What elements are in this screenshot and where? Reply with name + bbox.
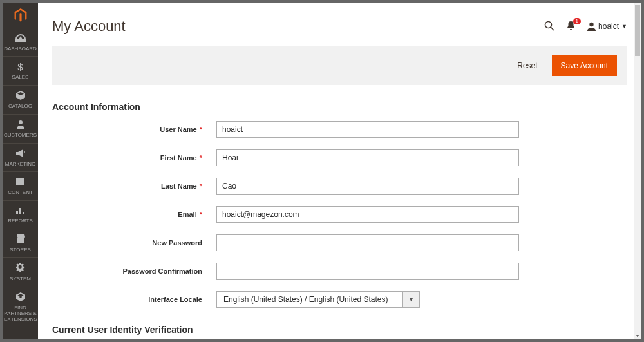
svg-point-0 xyxy=(19,120,23,124)
save-account-button[interactable]: Save Account xyxy=(552,55,617,76)
locale-selected-value: English (United States) / English (Unite… xyxy=(216,291,403,308)
firstname-label: First Name* xyxy=(52,154,216,162)
password-confirmation-input[interactable] xyxy=(216,263,519,280)
svg-rect-3 xyxy=(19,180,24,185)
dollar-icon: $ xyxy=(4,62,37,73)
chart-icon xyxy=(4,206,37,217)
svg-rect-4 xyxy=(16,211,18,214)
nav-label: STORES xyxy=(10,247,31,252)
username-input[interactable] xyxy=(216,121,519,138)
svg-rect-5 xyxy=(19,208,21,214)
email-label: Email* xyxy=(52,211,216,218)
svg-rect-2 xyxy=(16,180,19,185)
required-mark: * xyxy=(200,182,202,190)
svg-point-10 xyxy=(589,23,593,26)
caret-down-icon: ▼ xyxy=(621,23,627,30)
store-icon xyxy=(4,234,37,245)
interface-locale-select[interactable]: English (United States) / English (Unite… xyxy=(216,291,519,308)
layout-icon xyxy=(4,177,37,188)
dashboard-icon xyxy=(4,33,37,44)
required-mark: * xyxy=(200,126,202,133)
notifications-icon[interactable]: 1 xyxy=(566,21,576,33)
svg-point-7 xyxy=(19,296,22,298)
interface-locale-label: Interface Locale xyxy=(52,296,216,303)
partners-icon xyxy=(4,292,37,304)
search-icon[interactable] xyxy=(544,21,554,33)
nav-label: REPORTS xyxy=(8,218,33,223)
nav-label: CONTENT xyxy=(8,189,33,195)
nav-stores[interactable]: STORES xyxy=(3,229,38,258)
magento-logo[interactable] xyxy=(3,3,38,28)
scroll-thumb[interactable] xyxy=(635,5,640,56)
scroll-down-icon[interactable]: ▾ xyxy=(634,332,641,339)
lastname-input[interactable] xyxy=(216,178,519,195)
svg-rect-6 xyxy=(23,212,24,214)
nav-reports[interactable]: REPORTS xyxy=(3,201,38,229)
main-content: My Account 1 hoaict ▼ Reset Save Account xyxy=(38,3,641,339)
email-input[interactable] xyxy=(216,206,519,223)
nav-label: SALES xyxy=(12,74,29,80)
page-title: My Account xyxy=(52,18,544,35)
nav-marketing[interactable]: MARKETING xyxy=(3,144,38,172)
new-password-input[interactable] xyxy=(216,234,519,251)
nav-label: CATALOG xyxy=(8,103,32,109)
dropdown-toggle-icon[interactable]: ▼ xyxy=(403,291,420,308)
action-bar: Reset Save Account xyxy=(52,46,627,85)
nav-label: CUSTOMERS xyxy=(4,132,37,138)
cube-icon xyxy=(4,91,37,102)
nav-label: FIND PARTNERS & EXTENSIONS xyxy=(4,305,37,322)
new-password-label: New Password xyxy=(52,239,216,247)
gear-icon xyxy=(4,263,37,274)
nav-dashboard[interactable]: DASHBOARD xyxy=(3,28,38,57)
person-icon xyxy=(4,120,37,131)
user-menu[interactable]: hoaict ▼ xyxy=(587,22,627,31)
password-confirmation-label: Password Confirmation xyxy=(52,267,216,275)
nav-customers[interactable]: CUSTOMERS xyxy=(3,115,38,144)
megaphone-icon xyxy=(4,149,37,160)
nav-partners[interactable]: FIND PARTNERS & EXTENSIONS xyxy=(3,287,38,328)
notification-badge: 1 xyxy=(573,18,581,24)
nav-label: SYSTEM xyxy=(10,276,31,281)
section-identity-verification: Current User Identity Verification xyxy=(52,325,627,335)
reset-button[interactable]: Reset xyxy=(511,56,544,75)
svg-point-8 xyxy=(545,21,552,28)
lastname-label: Last Name* xyxy=(52,182,216,190)
nav-label: MARKETING xyxy=(5,161,36,167)
user-icon xyxy=(587,22,596,31)
firstname-input[interactable] xyxy=(216,149,519,166)
nav-catalog[interactable]: CATALOG xyxy=(3,86,38,115)
section-account-info: Account Information xyxy=(52,102,627,112)
nav-label: DASHBOARD xyxy=(4,46,37,52)
nav-system[interactable]: SYSTEM xyxy=(3,258,38,287)
required-mark: * xyxy=(200,154,202,162)
svg-line-9 xyxy=(551,27,554,30)
nav-sales[interactable]: $ SALES xyxy=(3,57,38,85)
svg-rect-1 xyxy=(16,178,24,180)
required-mark: * xyxy=(200,211,202,218)
nav-content[interactable]: CONTENT xyxy=(3,172,38,200)
admin-sidebar: DASHBOARD $ SALES CATALOG CUSTOMERS MARK… xyxy=(3,3,38,339)
username-label: User Name* xyxy=(52,126,216,133)
scrollbar[interactable]: ▴ ▾ xyxy=(634,3,641,339)
username-label: hoaict xyxy=(598,22,619,31)
